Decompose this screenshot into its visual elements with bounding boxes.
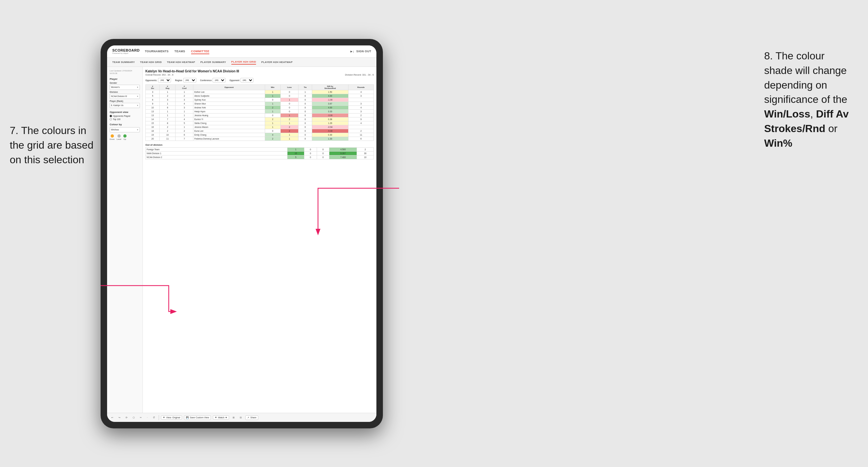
toolbar-cut[interactable]: ✂ xyxy=(138,415,144,420)
toolbar-redo1[interactable]: ↪ xyxy=(117,415,122,420)
cell-div: 14 xyxy=(146,118,160,121)
subnav-player-summary[interactable]: PLAYER SUMMARY xyxy=(200,60,226,64)
cell-div: 6 xyxy=(146,98,160,102)
subnav-player-h2h-heatmap[interactable]: PLAYER H2H HEATMAP xyxy=(261,60,293,64)
table-row: 10 6 3 Andrea York 2 0 0 4.00 4 xyxy=(146,106,374,110)
division-record: Division Record: 331 - 34 - 6 xyxy=(345,74,374,76)
top-nav: SCOREBOARD Powered by clippd TOURNAMENTS… xyxy=(107,45,376,58)
region-filter-label: Region xyxy=(175,79,182,82)
cell-opponent: Euna Lee xyxy=(193,129,265,133)
toolbar-grid[interactable]: ⊟ xyxy=(238,415,243,420)
colour-by-title: Colour by xyxy=(110,123,140,126)
subnav-team-h2h-heatmap[interactable]: TEAM H2H HEATMAP xyxy=(167,60,195,64)
cell-opponent: Stella Cheng xyxy=(193,121,265,125)
cell-win: 0 xyxy=(265,114,280,118)
toolbar-layout[interactable]: ⊞ xyxy=(231,415,236,420)
division-dropdown[interactable]: NCAA Division III ▼ xyxy=(110,94,140,99)
cell-div: 16 xyxy=(146,125,160,129)
cell-tie: 0 xyxy=(299,94,312,98)
annotation-right: 8. The colour shade will change dependin… xyxy=(764,49,855,151)
col-reg: #Reg xyxy=(160,85,176,90)
cell-conf: 1 xyxy=(176,90,193,94)
share-label: Share xyxy=(250,416,256,418)
toolbar-paste[interactable]: · xyxy=(145,415,149,419)
cell-div: 13 xyxy=(146,114,160,118)
cell-win: 2 xyxy=(265,118,280,121)
cell-loss: 1 xyxy=(280,133,299,137)
subnav-player-h2h-grid[interactable]: PLAYER H2H GRID xyxy=(231,60,256,65)
nav-arrow-icon: ▶ | xyxy=(350,50,354,53)
cell-tie: 0 xyxy=(299,106,312,110)
toolbar-watch[interactable]: 👁 Watch ▼ xyxy=(213,415,229,419)
ood-rounds: 2 xyxy=(357,148,374,152)
cell-div: 13 xyxy=(146,110,160,114)
opponent-view-title: Opponent view xyxy=(110,111,140,114)
cell-loss: 1 xyxy=(280,98,299,102)
cell-reg: 3 xyxy=(160,98,176,102)
col-opponent: Opponent xyxy=(193,85,265,90)
annotation-left: 7. The colours in the grid are based on … xyxy=(10,123,101,167)
cell-reg: 8 xyxy=(160,121,176,125)
cell-div: 3 xyxy=(146,90,160,94)
table-row: 13 1 1 Jessica Huang 0 1 0 -3.00 2 xyxy=(146,114,374,118)
cell-loss: 1 xyxy=(280,114,299,118)
opponent-filter: Opponent (All) xyxy=(229,78,253,83)
toolbar-redo2[interactable]: ⟳ xyxy=(124,415,129,420)
colour-by-dropdown[interactable]: Win/loss ▼ xyxy=(110,127,140,132)
cell-diff: 4.00 xyxy=(312,106,348,110)
toolbar-hex[interactable]: ⬡ xyxy=(131,415,136,420)
cell-reg: 11 xyxy=(160,137,176,141)
opponent-select[interactable]: (All) xyxy=(241,78,253,83)
nav-signout[interactable]: Sign out xyxy=(356,49,371,54)
out-of-division-label: Out of division xyxy=(145,144,374,146)
cell-opponent: Heejo Hyun xyxy=(193,110,265,114)
cell-reg: 1 xyxy=(160,90,176,94)
ood-win: 1 xyxy=(287,148,304,152)
cell-opponent: Eunice Yi xyxy=(193,118,265,121)
cell-reg: 1 xyxy=(160,102,176,106)
toolbar-save-custom[interactable]: 💾 Save Custom View xyxy=(184,415,211,420)
legend-down-label: Down xyxy=(110,138,115,140)
toolbar-clock[interactable]: ⏱ xyxy=(151,415,157,419)
ood-table-row: Foreign Team 1 0 0 4.500 2 xyxy=(146,148,374,152)
conference-select[interactable]: (All) xyxy=(213,78,225,83)
region-select[interactable]: (All) xyxy=(183,78,196,83)
left-panel: Last Updated: 27/03/2024 16:55:38 Player… xyxy=(107,67,143,413)
ood-opponent: NCAA Division 2 xyxy=(146,155,287,159)
cell-rounds: 9 xyxy=(348,118,374,121)
conference-filter: Conference (All) xyxy=(200,78,226,83)
nav-items: TOURNAMENTS TEAMS COMMITTEE xyxy=(145,49,350,54)
player-rank-label: Player (Rank) xyxy=(110,100,140,102)
ood-table-row: NCAA Division 2 5 0 0 7.400 10 xyxy=(146,155,374,159)
toolbar-share[interactable]: ↗ Share xyxy=(245,415,258,420)
cell-diff: 4.00 xyxy=(312,94,348,98)
cell-tie: 0 xyxy=(299,125,312,129)
radio-opponents-played[interactable]: Opponents Played xyxy=(110,115,140,117)
cell-div: 18 xyxy=(146,129,160,133)
table-row: 18 2 2 Euna Lee 0 2 0 -5.00 2 xyxy=(146,129,374,133)
col-win: Win xyxy=(265,85,280,90)
toolbar-undo[interactable]: ↩ xyxy=(110,415,115,420)
grid-title: Katelyn Vo Head-to-Head Grid for Women's… xyxy=(145,69,374,73)
subnav-team-summary[interactable]: TEAM SUMMARY xyxy=(112,60,135,64)
gender-dropdown[interactable]: Women's ▼ xyxy=(110,85,140,90)
radio-top100[interactable]: Top 100 xyxy=(110,118,140,120)
toolbar-view-original[interactable]: 👁 View: Original xyxy=(161,415,182,419)
ood-diff: 4.500 xyxy=(329,148,357,152)
ood-diff: 7.400 xyxy=(329,155,357,159)
cell-rounds: 3 xyxy=(348,94,374,98)
last-updated: Last Updated: 27/03/2024 16:55:38 xyxy=(110,69,140,75)
nav-committee[interactable]: COMMITTEE xyxy=(191,49,210,54)
cell-loss: 1 xyxy=(280,137,299,141)
opponents-select[interactable]: (All) xyxy=(158,78,171,83)
cell-conf: 5 xyxy=(176,121,193,125)
subnav-team-h2h-grid[interactable]: TEAM H2H GRID xyxy=(140,60,162,64)
nav-tournaments[interactable]: TOURNAMENTS xyxy=(145,49,168,54)
nav-teams[interactable]: TEAMS xyxy=(175,49,185,54)
player-rank-dropdown[interactable]: 8. Katelyn Vo ▼ xyxy=(110,103,140,108)
cell-loss: 0 xyxy=(280,94,299,98)
cell-win: 1 xyxy=(265,125,280,129)
legend: Down Level Up xyxy=(110,134,140,140)
cell-reg: 2 xyxy=(160,125,176,129)
ood-win: 5 xyxy=(287,155,304,159)
